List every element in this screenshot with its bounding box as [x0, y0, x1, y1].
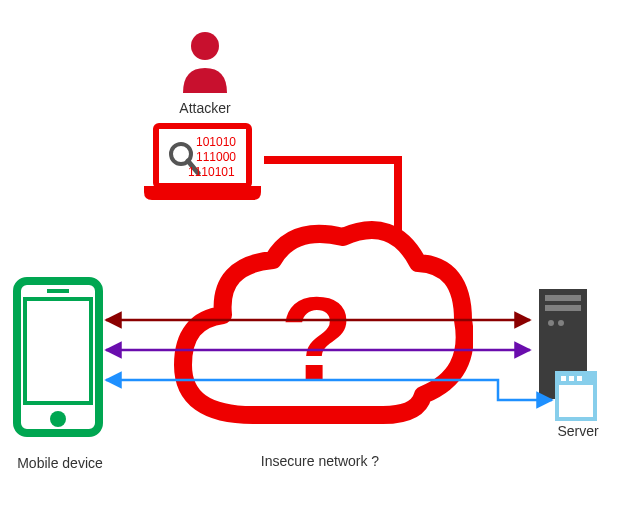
attacker-person-icon [175, 28, 235, 96]
svg-rect-5 [25, 299, 91, 403]
svg-point-12 [558, 320, 564, 326]
binary-line2: 111000 [196, 150, 236, 164]
cloud-question-mark: ? [280, 270, 353, 408]
network-label: Insecure network ? [245, 453, 395, 469]
svg-rect-7 [47, 289, 69, 293]
server-label: Server [548, 423, 608, 439]
svg-rect-15 [561, 376, 566, 381]
mobile-label: Mobile device [10, 455, 110, 471]
svg-rect-9 [545, 295, 581, 301]
binary-line3: 1110101 [188, 165, 235, 179]
svg-rect-16 [569, 376, 574, 381]
attacker-label: Attacker [175, 100, 235, 116]
svg-point-0 [191, 32, 219, 60]
svg-rect-10 [545, 305, 581, 311]
binary-line1: 101010 [196, 135, 236, 149]
server-icon [533, 287, 628, 425]
svg-rect-17 [577, 376, 582, 381]
mobile-device-icon [13, 277, 103, 440]
svg-point-6 [50, 411, 66, 427]
svg-point-11 [548, 320, 554, 326]
